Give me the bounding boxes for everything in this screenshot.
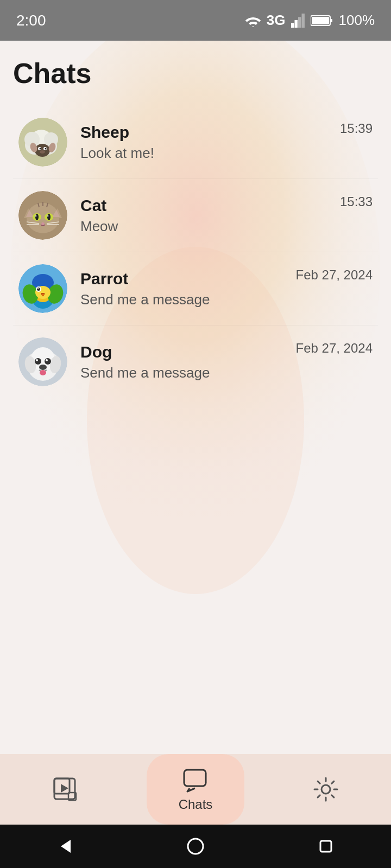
svg-point-62 (45, 358, 51, 365)
nav-item-media[interactable] (16, 754, 114, 825)
media-icon (52, 776, 79, 803)
svg-rect-71 (184, 770, 206, 786)
chat-info-dog: Dog Send me a message (80, 343, 296, 381)
svg-point-18 (40, 148, 41, 150)
nav-item-settings[interactable] (277, 754, 375, 825)
svg-point-65 (39, 365, 47, 370)
chat-item-sheep[interactable]: Sheep Look at me! 15:39 (13, 106, 378, 179)
avatar-dog (18, 337, 67, 386)
signal-icon (291, 14, 305, 28)
chat-item-cat[interactable]: Cat Meow 15:33 (13, 179, 378, 252)
status-icons: 3G 100% (245, 12, 375, 29)
svg-rect-3 (301, 14, 304, 28)
android-nav-bar (0, 825, 391, 868)
svg-point-66 (40, 370, 46, 375)
svg-point-52 (37, 288, 39, 289)
svg-rect-0 (291, 23, 294, 28)
svg-point-19 (45, 148, 47, 150)
svg-rect-75 (320, 841, 331, 852)
svg-point-34 (35, 214, 39, 220)
wifi-icon (245, 14, 261, 27)
main-content: Chats (0, 41, 391, 398)
bottom-navigation: Chats (0, 754, 391, 825)
chat-preview-parrot: Send me a message (80, 291, 296, 308)
chat-preview-dog: Send me a message (80, 365, 296, 381)
svg-point-72 (321, 785, 330, 794)
chat-info-sheep: Sheep Look at me! (80, 123, 340, 162)
chat-preview-cat: Meow (80, 218, 340, 235)
nav-item-chats[interactable]: Chats (147, 754, 244, 825)
chat-item-parrot[interactable]: Parrot Send me a message Feb 27, 2024 (13, 252, 378, 326)
svg-rect-6 (312, 17, 329, 24)
chat-item-dog[interactable]: Dog Send me a message Feb 27, 2024 (13, 326, 378, 398)
chat-name-sheep: Sheep (80, 123, 340, 142)
page-title: Chats (13, 57, 378, 90)
avatar-parrot (18, 264, 67, 313)
svg-point-61 (35, 358, 41, 365)
svg-rect-5 (330, 19, 332, 22)
chat-time-dog: Feb 27, 2024 (296, 337, 373, 356)
chat-info-parrot: Parrot Send me a message (80, 270, 296, 308)
status-bar: 2:00 3G 100% (0, 0, 391, 41)
status-time: 2:00 (16, 12, 46, 29)
svg-point-64 (46, 359, 48, 361)
home-button[interactable] (182, 833, 209, 860)
chat-name-parrot: Parrot (80, 270, 296, 288)
back-button[interactable] (52, 833, 79, 860)
svg-point-63 (36, 359, 38, 361)
svg-point-20 (40, 150, 45, 154)
svg-point-51 (37, 288, 40, 291)
nav-label-chats: Chats (179, 797, 213, 812)
recents-button[interactable] (312, 833, 339, 860)
svg-point-74 (188, 839, 203, 854)
battery-percent: 100% (339, 12, 375, 29)
svg-rect-2 (298, 17, 301, 28)
avatar-cat (18, 191, 67, 240)
chat-list: Sheep Look at me! 15:39 (13, 106, 378, 398)
avatar-sheep (18, 118, 67, 167)
network-label: 3G (267, 12, 286, 29)
svg-point-35 (47, 214, 51, 220)
svg-marker-69 (61, 784, 68, 793)
chat-name-cat: Cat (80, 196, 340, 215)
svg-rect-1 (294, 20, 297, 27)
chat-name-dog: Dog (80, 343, 296, 361)
svg-point-37 (47, 215, 49, 217)
chat-icon (182, 767, 209, 794)
svg-marker-73 (61, 840, 71, 853)
chat-time-cat: 15:33 (340, 191, 373, 209)
settings-icon (312, 776, 339, 803)
chat-info-cat: Cat Meow (80, 196, 340, 235)
svg-point-36 (35, 215, 37, 217)
chat-preview-sheep: Look at me! (80, 145, 340, 162)
chat-time-parrot: Feb 27, 2024 (296, 264, 373, 283)
battery-icon (311, 14, 333, 27)
chat-time-sheep: 15:39 (340, 118, 373, 136)
